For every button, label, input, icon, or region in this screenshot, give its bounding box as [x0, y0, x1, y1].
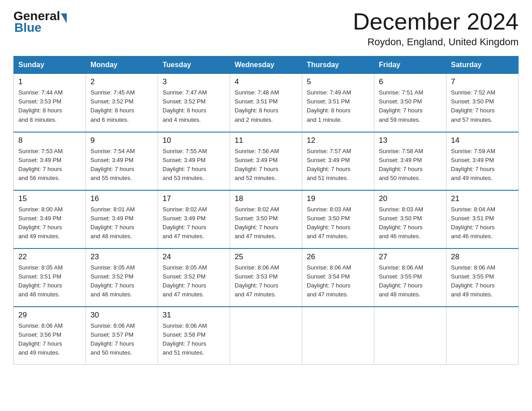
- calendar-cell: [446, 307, 519, 365]
- page-header: General Blue December 2024 Roydon, Engla…: [13, 9, 519, 48]
- calendar-cell: 10Sunrise: 7:55 AM Sunset: 3:49 PM Dayli…: [158, 132, 230, 190]
- calendar-cell: 26Sunrise: 8:06 AM Sunset: 3:54 PM Dayli…: [302, 248, 374, 307]
- calendar-cell: 22Sunrise: 8:05 AM Sunset: 3:51 PM Dayli…: [14, 248, 86, 307]
- calendar-cell: 28Sunrise: 8:06 AM Sunset: 3:55 PM Dayli…: [446, 248, 519, 307]
- calendar-week-row: 1Sunrise: 7:44 AM Sunset: 3:53 PM Daylig…: [14, 74, 519, 132]
- calendar-cell: 31Sunrise: 8:06 AM Sunset: 3:58 PM Dayli…: [158, 307, 230, 365]
- calendar-cell: 30Sunrise: 8:06 AM Sunset: 3:57 PM Dayli…: [86, 307, 158, 365]
- day-number: 21: [451, 194, 514, 203]
- calendar-cell: 18Sunrise: 8:02 AM Sunset: 3:50 PM Dayli…: [230, 190, 302, 248]
- day-info: Sunrise: 7:44 AM Sunset: 3:53 PM Dayligh…: [18, 88, 81, 124]
- day-number: 30: [90, 311, 153, 320]
- day-number: 13: [379, 136, 442, 145]
- day-info: Sunrise: 7:54 AM Sunset: 3:49 PM Dayligh…: [90, 147, 153, 183]
- calendar-cell: [374, 307, 446, 365]
- calendar-week-row: 22Sunrise: 8:05 AM Sunset: 3:51 PM Dayli…: [14, 248, 519, 307]
- calendar-cell: 5Sunrise: 7:49 AM Sunset: 3:51 PM Daylig…: [302, 74, 374, 132]
- day-info: Sunrise: 7:58 AM Sunset: 3:49 PM Dayligh…: [379, 147, 442, 183]
- day-info: Sunrise: 8:05 AM Sunset: 3:52 PM Dayligh…: [163, 263, 225, 300]
- calendar-cell: 12Sunrise: 7:57 AM Sunset: 3:49 PM Dayli…: [302, 132, 374, 190]
- calendar-cell: 2Sunrise: 7:45 AM Sunset: 3:52 PM Daylig…: [86, 74, 158, 132]
- calendar-header-row: SundayMondayTuesdayWednesdayThursdayFrid…: [14, 56, 519, 74]
- day-info: Sunrise: 7:53 AM Sunset: 3:49 PM Dayligh…: [18, 147, 81, 183]
- column-header-friday: Friday: [374, 56, 446, 74]
- calendar-cell: [302, 307, 374, 365]
- column-header-wednesday: Wednesday: [230, 56, 302, 74]
- day-info: Sunrise: 8:06 AM Sunset: 3:54 PM Dayligh…: [307, 263, 369, 300]
- column-header-tuesday: Tuesday: [158, 56, 230, 74]
- calendar-cell: 29Sunrise: 8:06 AM Sunset: 3:56 PM Dayli…: [14, 307, 86, 365]
- day-number: 22: [18, 253, 81, 261]
- day-info: Sunrise: 8:02 AM Sunset: 3:50 PM Dayligh…: [235, 205, 297, 241]
- calendar-cell: 7Sunrise: 7:52 AM Sunset: 3:50 PM Daylig…: [446, 74, 519, 132]
- title-section: December 2024 Roydon, England, United Ki…: [353, 9, 519, 48]
- calendar-week-row: 29Sunrise: 8:06 AM Sunset: 3:56 PM Dayli…: [14, 307, 519, 365]
- day-info: Sunrise: 8:01 AM Sunset: 3:49 PM Dayligh…: [90, 205, 153, 241]
- day-info: Sunrise: 8:04 AM Sunset: 3:51 PM Dayligh…: [451, 205, 514, 241]
- column-header-saturday: Saturday: [446, 56, 519, 74]
- day-info: Sunrise: 7:47 AM Sunset: 3:52 PM Dayligh…: [163, 88, 225, 124]
- day-info: Sunrise: 8:06 AM Sunset: 3:58 PM Dayligh…: [163, 321, 225, 358]
- day-info: Sunrise: 7:57 AM Sunset: 3:49 PM Dayligh…: [307, 147, 369, 183]
- day-number: 2: [90, 77, 153, 86]
- day-info: Sunrise: 8:06 AM Sunset: 3:55 PM Dayligh…: [379, 263, 442, 300]
- day-number: 10: [163, 136, 225, 145]
- calendar-cell: 21Sunrise: 8:04 AM Sunset: 3:51 PM Dayli…: [446, 190, 519, 248]
- day-info: Sunrise: 8:06 AM Sunset: 3:55 PM Dayligh…: [451, 263, 514, 300]
- logo-triangle-icon: [61, 13, 67, 23]
- calendar-cell: [230, 307, 302, 365]
- day-number: 19: [307, 194, 369, 203]
- day-number: 1: [18, 77, 81, 86]
- logo-blue-text: Blue: [14, 21, 42, 35]
- calendar-cell: 19Sunrise: 8:03 AM Sunset: 3:50 PM Dayli…: [302, 190, 374, 248]
- calendar-subtitle: Roydon, England, United Kingdom: [353, 36, 519, 48]
- day-info: Sunrise: 8:02 AM Sunset: 3:49 PM Dayligh…: [163, 205, 225, 241]
- day-number: 25: [235, 253, 297, 261]
- day-number: 9: [90, 136, 153, 145]
- column-header-monday: Monday: [86, 56, 158, 74]
- day-info: Sunrise: 8:06 AM Sunset: 3:53 PM Dayligh…: [235, 263, 297, 300]
- logo: General Blue: [13, 9, 67, 35]
- day-info: Sunrise: 8:03 AM Sunset: 3:50 PM Dayligh…: [379, 205, 442, 241]
- day-number: 29: [18, 311, 81, 320]
- day-info: Sunrise: 8:06 AM Sunset: 3:57 PM Dayligh…: [90, 321, 153, 358]
- day-info: Sunrise: 7:51 AM Sunset: 3:50 PM Dayligh…: [379, 88, 442, 124]
- calendar-week-row: 8Sunrise: 7:53 AM Sunset: 3:49 PM Daylig…: [14, 132, 519, 190]
- calendar-cell: 4Sunrise: 7:48 AM Sunset: 3:51 PM Daylig…: [230, 74, 302, 132]
- day-info: Sunrise: 8:06 AM Sunset: 3:56 PM Dayligh…: [18, 321, 81, 358]
- day-info: Sunrise: 7:55 AM Sunset: 3:49 PM Dayligh…: [163, 147, 225, 183]
- day-info: Sunrise: 8:00 AM Sunset: 3:49 PM Dayligh…: [18, 205, 81, 241]
- calendar-cell: 27Sunrise: 8:06 AM Sunset: 3:55 PM Dayli…: [374, 248, 446, 307]
- day-number: 5: [307, 77, 369, 86]
- calendar-cell: 14Sunrise: 7:59 AM Sunset: 3:49 PM Dayli…: [446, 132, 519, 190]
- day-number: 4: [235, 77, 297, 86]
- day-info: Sunrise: 7:48 AM Sunset: 3:51 PM Dayligh…: [235, 88, 297, 124]
- day-number: 11: [235, 136, 297, 145]
- day-number: 12: [307, 136, 369, 145]
- day-info: Sunrise: 8:03 AM Sunset: 3:50 PM Dayligh…: [307, 205, 369, 241]
- calendar-cell: 9Sunrise: 7:54 AM Sunset: 3:49 PM Daylig…: [86, 132, 158, 190]
- day-number: 6: [379, 77, 442, 86]
- calendar-cell: 24Sunrise: 8:05 AM Sunset: 3:52 PM Dayli…: [158, 248, 230, 307]
- day-number: 28: [451, 253, 514, 261]
- day-info: Sunrise: 8:05 AM Sunset: 3:52 PM Dayligh…: [90, 263, 153, 300]
- calendar-week-row: 15Sunrise: 8:00 AM Sunset: 3:49 PM Dayli…: [14, 190, 519, 248]
- day-number: 17: [163, 194, 225, 203]
- day-number: 3: [163, 77, 225, 86]
- day-info: Sunrise: 7:59 AM Sunset: 3:49 PM Dayligh…: [451, 147, 514, 183]
- day-number: 27: [379, 253, 442, 261]
- day-info: Sunrise: 7:45 AM Sunset: 3:52 PM Dayligh…: [90, 88, 153, 124]
- day-info: Sunrise: 7:49 AM Sunset: 3:51 PM Dayligh…: [307, 88, 369, 124]
- day-number: 24: [163, 253, 225, 261]
- day-number: 18: [235, 194, 297, 203]
- calendar-cell: 23Sunrise: 8:05 AM Sunset: 3:52 PM Dayli…: [86, 248, 158, 307]
- day-number: 20: [379, 194, 442, 203]
- day-info: Sunrise: 7:52 AM Sunset: 3:50 PM Dayligh…: [451, 88, 514, 124]
- column-header-sunday: Sunday: [14, 56, 86, 74]
- calendar-title: December 2024: [353, 9, 519, 34]
- column-header-thursday: Thursday: [302, 56, 374, 74]
- day-number: 16: [90, 194, 153, 203]
- calendar-cell: 16Sunrise: 8:01 AM Sunset: 3:49 PM Dayli…: [86, 190, 158, 248]
- calendar-table: SundayMondayTuesdayWednesdayThursdayFrid…: [13, 56, 519, 365]
- calendar-cell: 1Sunrise: 7:44 AM Sunset: 3:53 PM Daylig…: [14, 74, 86, 132]
